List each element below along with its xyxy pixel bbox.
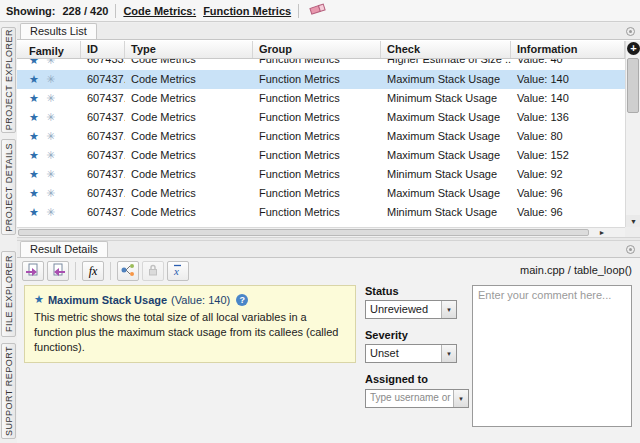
id-cell: 607437...	[81, 127, 125, 146]
plus-icon: +	[630, 42, 636, 54]
check-cell: Maximum Stack Usage	[381, 146, 511, 165]
severity-dropdown[interactable]: Unset ▼	[365, 344, 457, 363]
asterisk-icon: ✳	[46, 165, 55, 184]
column-header-type[interactable]: Type	[125, 41, 253, 58]
lock-button[interactable]	[142, 261, 164, 281]
check-description: This metric shows the total size of all …	[34, 310, 346, 355]
family-cell: ★ ✳	[17, 146, 81, 165]
vertical-scrollbar[interactable]: + ▼	[625, 41, 640, 227]
chevron-down-icon[interactable]: ▼	[453, 390, 468, 407]
tab-result-details[interactable]: Result Details	[20, 241, 108, 257]
family-cell: ★ ✳	[17, 59, 81, 70]
eraser-icon	[309, 2, 327, 19]
results-table-body: ★ ✳ 607433... Code Metrics Function Metr…	[17, 59, 625, 227]
type-cell: Code Metrics	[125, 108, 253, 127]
information-cell: Value: 152	[511, 146, 625, 165]
group-cell: Function Metrics	[253, 146, 381, 165]
chevron-right-icon: ►	[599, 229, 606, 236]
details-tabstrip: Result Details	[17, 241, 640, 258]
tab-results-list[interactable]: Results List	[20, 23, 97, 39]
filter-value-link[interactable]: Function Metrics	[203, 5, 291, 17]
sidebar-tab-label: SUPPORT REPORT	[4, 346, 14, 436]
type-cell: Code Metrics	[125, 184, 253, 203]
sidebar-tab-label: PROJECT EXPLORER	[4, 29, 14, 130]
check-cell: Minimum Stack Usage	[381, 203, 511, 222]
chevron-down-icon[interactable]: ▼	[441, 301, 456, 318]
star-icon: ★	[29, 59, 39, 70]
table-row[interactable]: ★ ✳ 607437... Code Metrics Function Metr…	[17, 165, 625, 184]
horizontal-scrollbar-thumb[interactable]	[18, 229, 589, 236]
asterisk-icon: ✳	[46, 59, 55, 70]
group-cell: Function Metrics	[253, 165, 381, 184]
id-cell: 607437...	[81, 203, 125, 222]
table-row[interactable]: ★ ✳ 607437... Code Metrics Function Metr…	[17, 203, 625, 222]
results-list-panel: Results List Family ID Type Group Check …	[17, 23, 640, 237]
asterisk-icon: ✳	[46, 203, 55, 222]
sidebar-tab[interactable]: PROJECT DETAILS	[1, 139, 16, 235]
lock-icon	[145, 262, 161, 281]
information-cell: Value: 140	[511, 89, 625, 108]
table-row[interactable]: ★ ✳ 607437... Code Metrics Function Metr…	[17, 146, 625, 165]
result-summary-title: ★ Maximum Stack Usage (Value: 140) ?	[34, 293, 346, 306]
variable-access-button[interactable]: x	[167, 261, 189, 281]
status-value: Unreviewed	[366, 301, 441, 318]
clear-filter-button[interactable]	[306, 1, 330, 20]
family-cell: ★ ✳	[17, 108, 81, 127]
asterisk-icon: ✳	[46, 108, 55, 127]
comment-box[interactable]	[472, 285, 632, 427]
family-cell: ★ ✳	[17, 184, 81, 203]
call-hierarchy-button[interactable]	[117, 261, 139, 281]
show-source-in-result-button[interactable]	[47, 261, 69, 281]
assigned-to-combobox[interactable]: Type username or ... ▼	[365, 389, 469, 408]
sidebar-tab[interactable]: FILE EXPLORER	[1, 251, 16, 337]
column-header-group[interactable]: Group	[253, 41, 381, 58]
tab-label: Result Details	[30, 243, 98, 255]
panel-menu-icon[interactable]	[626, 245, 635, 254]
column-header-id[interactable]: ID	[81, 41, 125, 58]
result-details-panel: Result Details	[17, 241, 640, 443]
sidebar-tab[interactable]: PROJECT EXPLORER	[1, 27, 16, 133]
check-cell: Maximum Stack Usage	[381, 127, 511, 146]
star-icon: ★	[34, 293, 44, 306]
information-cell: Value: 136	[511, 108, 625, 127]
table-row[interactable]: ★ ✳ 607433... Code Metrics Function Metr…	[17, 59, 625, 70]
separator	[115, 4, 116, 18]
column-options-button[interactable]: +	[627, 42, 640, 55]
id-cell: 607433...	[81, 59, 125, 70]
table-row[interactable]: ★ ✳ 607437... Code Metrics Function Metr…	[17, 184, 625, 203]
column-header-information[interactable]: Information	[511, 41, 625, 58]
fx-icon: fx	[89, 264, 98, 279]
panel-menu-icon[interactable]	[626, 27, 635, 36]
information-cell: Value: 40	[511, 59, 625, 70]
table-row[interactable]: ★ ✳ 607437... Code Metrics Function Metr…	[17, 70, 625, 89]
function-metrics-button[interactable]: fx	[82, 261, 104, 281]
sidebar-tab[interactable]: SUPPORT REPORT	[1, 343, 16, 439]
filter-category-link[interactable]: Code Metrics:	[123, 5, 196, 17]
document-arrow-back-icon	[50, 262, 66, 281]
check-value: (Value: 140)	[171, 294, 230, 306]
show-result-in-source-button[interactable]	[22, 261, 44, 281]
separator	[298, 4, 299, 18]
table-row[interactable]: ★ ✳ 607437... Code Metrics Function Metr…	[17, 108, 625, 127]
asterisk-icon: ✳	[46, 184, 55, 203]
asterisk-icon: ✳	[46, 146, 55, 165]
scroll-right-button[interactable]: ►	[595, 228, 609, 237]
check-cell: Maximum Stack Usage	[381, 70, 511, 89]
vertical-scrollbar-thumb[interactable]	[627, 58, 639, 113]
check-cell: Minimum Stack Usage	[381, 165, 511, 184]
column-header-family[interactable]: Family	[17, 41, 81, 58]
group-cell: Function Metrics	[253, 59, 381, 70]
scroll-down-button[interactable]: ▼	[626, 215, 640, 227]
status-dropdown[interactable]: Unreviewed ▼	[365, 300, 457, 319]
column-header-check[interactable]: Check	[381, 41, 511, 58]
help-icon[interactable]: ?	[236, 294, 248, 306]
table-row[interactable]: ★ ✳ 607437... Code Metrics Function Metr…	[17, 127, 625, 146]
table-row[interactable]: ★ ✳ 607437... Code Metrics Function Metr…	[17, 89, 625, 108]
horizontal-scrollbar[interactable]: ►	[17, 227, 625, 237]
chevron-down-icon[interactable]: ▼	[441, 345, 456, 362]
call-hierarchy-icon	[120, 262, 136, 281]
family-cell: ★ ✳	[17, 70, 81, 89]
type-cell: Code Metrics	[125, 165, 253, 184]
results-tabstrip: Results List	[17, 23, 640, 40]
information-cell: Value: 96	[511, 203, 625, 222]
